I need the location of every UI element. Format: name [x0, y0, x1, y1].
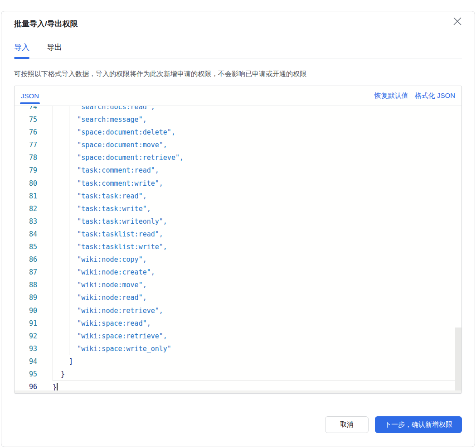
indent-guide [69, 177, 69, 190]
indent-guide [53, 164, 53, 177]
indent-guide [53, 241, 53, 253]
indent-guide [69, 317, 69, 330]
code-line[interactable]: 81 "task:task:read", [15, 190, 461, 202]
indent-guide [69, 330, 69, 342]
code-line[interactable]: 76 "space:document:delete", [15, 126, 461, 139]
indent-guide [53, 151, 53, 164]
confirm-next-step-button[interactable]: 下一步，确认新增权限 [375, 416, 462, 433]
line-number: 92 [15, 330, 53, 342]
indent-guide [53, 368, 53, 381]
format-json-link[interactable]: 格式化 JSON [415, 92, 455, 100]
line-number: 76 [15, 126, 53, 139]
indent-guide [53, 304, 53, 317]
code-line[interactable]: 86 "wiki:node:copy", [15, 253, 461, 266]
line-number: 93 [15, 342, 53, 355]
indent-guide [61, 330, 61, 342]
code-text: "wiki:node:read", [53, 291, 461, 304]
indent-guide [53, 215, 53, 228]
indent-guide [69, 291, 69, 304]
code-text: "search:docs:read", [53, 106, 461, 113]
horizontal-scrollbar-track[interactable] [15, 390, 461, 393]
code-line[interactable]: 77 "space:document:move", [15, 139, 461, 151]
code-text: "search:message", [53, 113, 461, 126]
code-line[interactable]: 83 "task:task:writeonly", [15, 215, 461, 228]
vertical-scrollbar-thumb[interactable] [455, 328, 461, 393]
indent-guide [69, 215, 69, 228]
line-number: 82 [15, 202, 53, 215]
restore-defaults-link[interactable]: 恢复默认值 [374, 92, 408, 100]
code-editor-area[interactable]: 74 "search:docs:read",75 "search:message… [15, 106, 461, 393]
indent-guide [69, 202, 69, 215]
line-number: 87 [15, 266, 53, 279]
indent-guide [53, 291, 53, 304]
indent-guide [69, 266, 69, 279]
code-text: "space:document:retrieve", [53, 151, 461, 164]
code-line[interactable]: 95 } [15, 368, 461, 381]
code-line[interactable]: 78 "space:document:retrieve", [15, 151, 461, 164]
code-line[interactable]: 93 "wiki:space:write_only" [15, 342, 461, 355]
code-line[interactable]: 89 "wiki:node:read", [15, 291, 461, 304]
format-tab-json[interactable]: JSON [20, 86, 40, 106]
indent-guide [61, 202, 61, 215]
indent-guide [69, 342, 69, 355]
indent-guide [53, 228, 53, 241]
code-text: "wiki:space:read", [53, 317, 461, 330]
line-number: 77 [15, 139, 53, 151]
line-number: 85 [15, 241, 53, 253]
indent-guide [53, 126, 53, 139]
line-number: 90 [15, 304, 53, 317]
code-line[interactable]: 88 "wiki:node:move", [15, 279, 461, 291]
dialog-title: 批量导入/导出权限 [14, 19, 462, 29]
code-line[interactable]: 74 "search:docs:read", [15, 106, 461, 113]
indent-guide [61, 139, 61, 151]
code-text: ] [53, 355, 461, 368]
indent-guide [53, 139, 53, 151]
code-line[interactable]: 90 "wiki:node:retrieve", [15, 304, 461, 317]
code-line[interactable]: 94 ] [15, 355, 461, 368]
indent-guide [69, 190, 69, 202]
code-line[interactable]: 91 "wiki:space:read", [15, 317, 461, 330]
indent-guide [61, 151, 61, 164]
code-line[interactable]: 79 "task:comment:read", [15, 164, 461, 177]
code-text: "wiki:space:retrieve", [53, 330, 461, 342]
line-number: 91 [15, 317, 53, 330]
code-text: "task:comment:read", [53, 164, 461, 177]
code-text: "wiki:node:retrieve", [53, 304, 461, 317]
dialog-tabs: 导入 导出 [14, 42, 462, 58]
dialog-footer: 取消 下一步，确认新增权限 [325, 416, 462, 433]
format-tab-json-label: JSON [21, 92, 39, 100]
active-tab-indicator [14, 57, 29, 59]
code-line[interactable]: 85 "task:tasklist:write", [15, 241, 461, 253]
close-button[interactable] [451, 15, 464, 28]
code-line[interactable]: 84 "task:tasklist:read", [15, 228, 461, 241]
indent-guide [53, 177, 53, 190]
indent-guide [69, 304, 69, 317]
code-text: "task:tasklist:write", [53, 241, 461, 253]
code-line[interactable]: 82 "task:task:write", [15, 202, 461, 215]
indent-guide [61, 291, 61, 304]
code-line[interactable]: 80 "task:comment:write", [15, 177, 461, 190]
line-number: 80 [15, 177, 53, 190]
indent-guide [61, 342, 61, 355]
indent-guide [69, 126, 69, 139]
cancel-button[interactable]: 取消 [325, 416, 369, 433]
indent-guide [53, 317, 53, 330]
tab-import[interactable]: 导入 [14, 42, 29, 58]
line-number: 95 [15, 368, 53, 381]
code-line[interactable]: 75 "search:message", [15, 113, 461, 126]
code-line[interactable]: 92 "wiki:space:retrieve", [15, 330, 461, 342]
indent-guide [69, 151, 69, 164]
line-number: 84 [15, 228, 53, 241]
indent-guide [53, 279, 53, 291]
code-line[interactable]: 87 "wiki:node:create", [15, 266, 461, 279]
indent-guide [53, 106, 53, 113]
indent-guide [69, 241, 69, 253]
tab-export[interactable]: 导出 [47, 42, 62, 58]
line-number: 83 [15, 215, 53, 228]
indent-guide [53, 266, 53, 279]
indent-guide [61, 177, 61, 190]
indent-guide [69, 106, 69, 113]
indent-guide [53, 190, 53, 202]
indent-guide [53, 253, 53, 266]
code-text: "task:tasklist:read", [53, 228, 461, 241]
